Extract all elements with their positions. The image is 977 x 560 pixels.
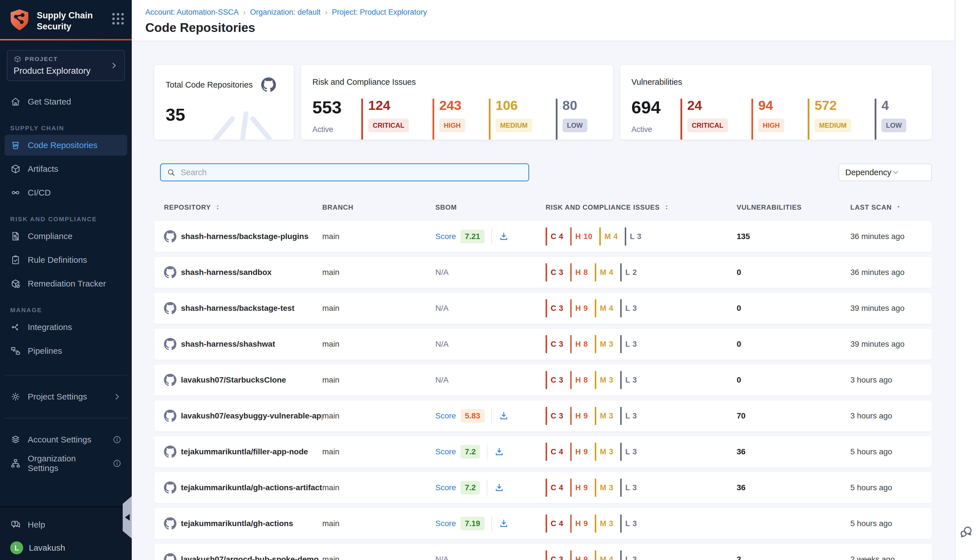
table-header: REPOSITORYBRANCHSBOMRISK AND COMPLIANCE … <box>154 201 932 213</box>
project-selector[interactable]: PROJECT Product Exploratory <box>7 50 125 81</box>
sidebar-item-account-settings[interactable]: Account Settings <box>5 429 127 450</box>
sidebar-item-ci-cd[interactable]: CI/CD <box>5 182 127 203</box>
sbom-cell: N/A <box>435 555 546 560</box>
table-row[interactable]: tejakummarikuntla/gh-actions-artifactsma… <box>154 472 932 503</box>
risk-chip-count: L 3 <box>625 340 637 349</box>
risk-chip-count: C 3 <box>551 268 563 277</box>
user-menu[interactable]: L Lavakush <box>10 542 122 554</box>
risk-chip-count: C 3 <box>551 340 563 349</box>
table-row[interactable]: tejakummarikuntla/filler-app-nodemainSco… <box>154 436 932 467</box>
sbom-type-dropdown[interactable]: Dependency <box>838 163 932 181</box>
column-header-label: LAST SCAN <box>850 203 892 211</box>
risk-chip-count: L 3 <box>625 555 637 560</box>
severity-badge: LOW <box>563 119 588 132</box>
download-sbom-button[interactable] <box>494 447 504 457</box>
box-tool-icon <box>10 278 21 289</box>
sidebar-item-compliance[interactable]: Compliance <box>5 226 127 247</box>
sbom-score-link[interactable]: Score <box>435 232 456 241</box>
sidebar-item-rule-definitions[interactable]: Rule Definitions <box>5 250 127 270</box>
severity-group-high: 94HIGH <box>752 98 784 140</box>
severity-group-critical: 24CRITICAL <box>680 98 728 140</box>
sort-both-icon <box>663 204 670 211</box>
sbom-score-link[interactable]: Score <box>435 519 456 528</box>
download-sbom-button[interactable] <box>499 518 509 528</box>
sbom-na: N/A <box>435 304 449 313</box>
sidebar-item-pipelines[interactable]: Pipelines <box>5 340 127 362</box>
vulnerabilities-count: 0 <box>737 304 850 313</box>
table-row[interactable]: lavakush07/argocd-hub-spoke-demomainN/AC… <box>154 544 932 560</box>
sbom-cell: Score7.2 <box>435 444 546 460</box>
vulnerabilities-count: 0 <box>737 268 850 277</box>
sidebar-item-get-started[interactable]: Get Started <box>5 91 127 112</box>
branch-cell: main <box>322 375 435 385</box>
risk-chip-medium: M 3 <box>595 443 613 461</box>
info-icon[interactable] <box>112 435 122 444</box>
table-row[interactable]: lavakush07/StarbucksClonemainN/AC 3H 8M … <box>154 365 932 395</box>
sbom-score-link[interactable]: Score <box>435 447 456 456</box>
risk-chip-bar <box>595 335 596 353</box>
download-sbom-button[interactable] <box>499 411 509 421</box>
risk-chip-bar <box>625 227 626 245</box>
sidebar-item-organization-settings[interactable]: Organization Settings <box>5 453 127 474</box>
sbom-cell: Score7.21 <box>435 228 546 244</box>
sidebar-item-remediation-tracker[interactable]: Remediation Tracker <box>5 273 127 294</box>
column-header-risk-and-compliance-issues[interactable]: RISK AND COMPLIANCE ISSUES <box>546 203 737 211</box>
severity-bar <box>752 98 753 140</box>
app-root: Supply Chain Security PROJECT Product Ex… <box>0 0 977 560</box>
sidebar-nav: Get StartedSUPPLY CHAINCode Repositories… <box>0 81 132 364</box>
risk-chip-bar <box>599 227 601 245</box>
table-row[interactable]: shash-harness/shashwatmainN/AC 3H 8M 3L … <box>154 328 932 360</box>
sidebar-item-artifacts[interactable]: Artifacts <box>5 158 127 179</box>
project-name: Product Exploratory <box>13 66 110 76</box>
table-row[interactable]: shash-harness/backstage-pluginsmainScore… <box>154 221 932 252</box>
info-icon[interactable] <box>112 459 122 468</box>
risk-chip-high: H 8 <box>570 371 588 389</box>
risk-chip-count: M 4 <box>600 304 613 313</box>
sidebar-item-integrations[interactable]: Integrations <box>5 317 127 338</box>
risk-chip-bar <box>546 299 547 317</box>
risk-chip-count: C 4 <box>551 483 563 492</box>
table-row[interactable]: shash-harness/sandboxmainN/AC 3H 8M 4L 2… <box>154 257 932 288</box>
risk-chip-bar <box>595 299 596 317</box>
repo-cell: tejakummarikuntla/gh-actions <box>164 517 322 530</box>
sbom-score-link[interactable]: Score <box>435 412 456 420</box>
risk-chip-count: M 4 <box>605 232 618 241</box>
sbom-score-badge: 7.2 <box>461 445 480 458</box>
risk-chip-count: L 3 <box>625 483 637 492</box>
severity-group-low: 80LOW <box>556 98 588 140</box>
breadcrumb-link[interactable]: Project: Product Exploratory <box>332 8 427 17</box>
risk-chip-high: H 9 <box>570 478 588 497</box>
risk-chip-critical: C 3 <box>546 335 563 353</box>
column-header-repository[interactable]: REPOSITORY <box>164 203 322 211</box>
sidebar-item-code-repositories[interactable]: Code Repositories <box>5 135 127 156</box>
column-header-label: RISK AND COMPLIANCE ISSUES <box>546 203 660 211</box>
sidebar-item-project-settings[interactable]: Project Settings <box>5 386 127 407</box>
table-row[interactable]: lavakush07/easybuggy-vulnerable-app…main… <box>154 400 932 432</box>
risk-cell: C 4H 10M 4L 3 <box>546 227 737 245</box>
help-button[interactable]: Help <box>5 514 127 535</box>
risk-chip-high: H 9 <box>570 443 588 461</box>
repo-name: lavakush07/argocd-hub-spoke-demo <box>181 555 319 560</box>
search-input[interactable] <box>180 168 523 177</box>
breadcrumb-link[interactable]: Organization: default <box>250 8 321 17</box>
grid-apps-icon[interactable] <box>112 8 124 25</box>
github-icon <box>164 553 176 560</box>
download-sbom-button[interactable] <box>494 483 504 493</box>
chat-bubbles-icon[interactable] <box>959 524 974 540</box>
download-sbom-button[interactable] <box>499 232 509 242</box>
sbom-score-link[interactable]: Score <box>435 483 456 492</box>
risk-chip-count: C 3 <box>551 412 563 420</box>
severity-badge: MEDIUM <box>496 119 532 132</box>
breadcrumb-link[interactable]: Account: Automation-SSCA <box>145 8 239 17</box>
risk-chip-critical: C 3 <box>546 407 563 425</box>
risk-cell: C 4H 9M 3L 3 <box>546 443 737 461</box>
repo-cell: shash-harness/backstage-plugins <box>164 230 322 243</box>
risk-chip-count: L 3 <box>630 232 642 241</box>
table-row[interactable]: shash-harness/backstage-testmainN/AC 3H … <box>154 293 932 324</box>
risk-chip-medium: M 4 <box>595 263 613 282</box>
table-row[interactable]: tejakummarikuntla/gh-actionsmainScore7.1… <box>154 508 932 539</box>
vulnerabilities-count: 135 <box>737 232 850 241</box>
column-header-last-scan[interactable]: LAST SCAN <box>850 203 932 211</box>
branch-cell: main <box>322 232 435 241</box>
risk-chip-critical: C 3 <box>546 550 563 560</box>
